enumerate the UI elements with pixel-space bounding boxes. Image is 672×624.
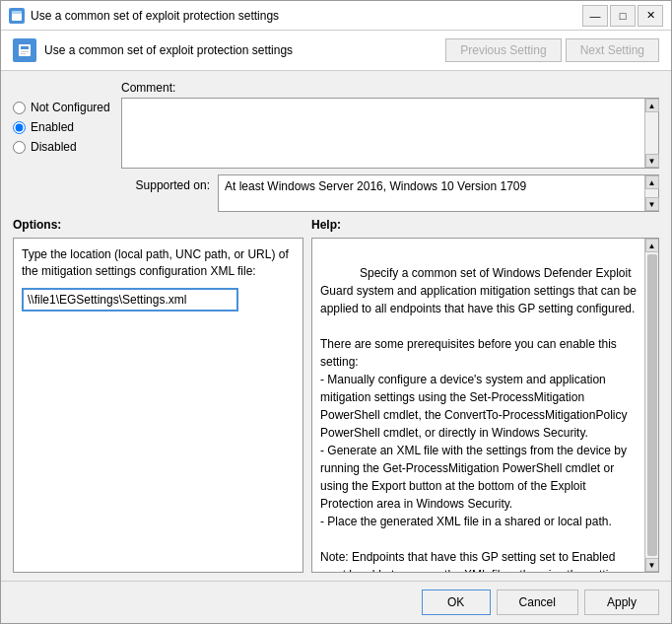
supported-label: Supported on: xyxy=(121,174,210,192)
scroll-up-arrow[interactable]: ▲ xyxy=(645,99,659,112)
maximize-button[interactable]: □ xyxy=(610,5,636,27)
comment-label: Comment: xyxy=(121,81,659,95)
ok-button[interactable]: OK xyxy=(422,589,491,615)
title-bar: Use a common set of exploit protection s… xyxy=(1,1,671,31)
comment-textarea[interactable] xyxy=(122,99,644,168)
supported-value: At least Windows Server 2016, Windows 10… xyxy=(219,175,644,211)
comment-scrollbar[interactable]: ▲ ▼ xyxy=(644,99,658,168)
header-left: Use a common set of exploit protection s… xyxy=(13,38,293,62)
header-title: Use a common set of exploit protection s… xyxy=(44,43,293,57)
help-header: Help: xyxy=(311,218,659,232)
supported-scroll-down[interactable]: ▼ xyxy=(645,197,659,211)
window-icon xyxy=(9,8,25,24)
radio-enabled[interactable]: Enabled xyxy=(13,120,121,134)
help-box: Specify a common set of Windows Defender… xyxy=(311,238,659,573)
options-header: Options: xyxy=(13,218,303,232)
svg-rect-0 xyxy=(12,13,22,21)
options-panel: Options: Type the location (local path, … xyxy=(13,218,303,573)
apply-button[interactable]: Apply xyxy=(584,589,659,615)
help-scroll-up[interactable]: ▲ xyxy=(645,239,659,252)
main-content: Not Configured Enabled Disabled Comment: xyxy=(1,71,671,581)
options-box: Type the location (local path, UNC path,… xyxy=(13,238,303,573)
cancel-button[interactable]: Cancel xyxy=(497,589,578,615)
minimize-button[interactable]: — xyxy=(582,5,608,27)
svg-rect-5 xyxy=(21,53,26,54)
help-scroll-down[interactable]: ▼ xyxy=(645,558,659,572)
window-title: Use a common set of exploit protection s… xyxy=(31,9,582,23)
scroll-down-arrow[interactable]: ▼ xyxy=(645,154,659,168)
svg-rect-4 xyxy=(21,51,29,52)
svg-rect-3 xyxy=(21,46,29,49)
help-text: Specify a common set of Windows Defender… xyxy=(312,239,644,572)
previous-setting-button[interactable]: Previous Setting xyxy=(445,38,561,62)
help-scroll-thumb[interactable] xyxy=(647,254,657,556)
svg-rect-2 xyxy=(19,44,31,56)
help-panel: Help: Specify a common set of Windows De… xyxy=(311,218,659,573)
radio-not-configured[interactable]: Not Configured xyxy=(13,101,121,114)
radio-disabled[interactable]: Disabled xyxy=(13,140,121,154)
comment-section: Comment: ▲ ▼ xyxy=(121,81,659,169)
radio-group: Not Configured Enabled Disabled xyxy=(13,81,121,212)
xml-path-input[interactable] xyxy=(22,288,238,312)
header-icon xyxy=(13,38,36,62)
supported-scroll-up[interactable]: ▲ xyxy=(645,175,659,189)
window-controls: — □ ✕ xyxy=(582,5,663,27)
svg-rect-1 xyxy=(12,11,22,14)
footer: OK Cancel Apply xyxy=(1,581,671,623)
options-description: Type the location (local path, UNC path,… xyxy=(22,246,295,280)
header-bar: Use a common set of exploit protection s… xyxy=(1,31,671,71)
supported-section: Supported on: At least Windows Server 20… xyxy=(121,174,659,212)
nav-buttons: Previous Setting Next Setting xyxy=(445,38,659,62)
main-window: Use a common set of exploit protection s… xyxy=(0,0,672,624)
close-button[interactable]: ✕ xyxy=(638,5,663,27)
next-setting-button[interactable]: Next Setting xyxy=(566,38,659,62)
middle-section: Options: Type the location (local path, … xyxy=(13,218,659,573)
supported-scrollbar[interactable]: ▲ ▼ xyxy=(644,175,658,211)
help-scrollbar[interactable]: ▲ ▼ xyxy=(644,239,658,572)
